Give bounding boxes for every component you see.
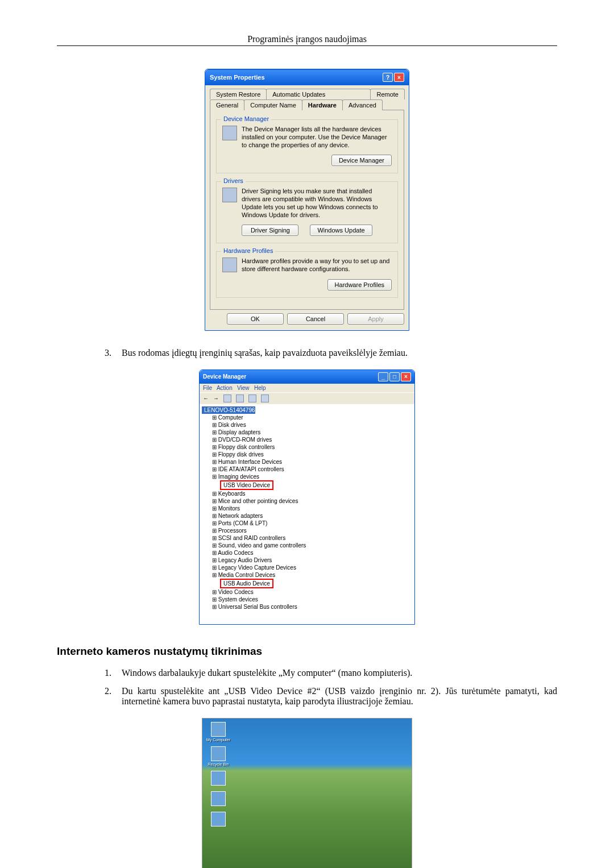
tree-item[interactable]: ⊞ IDE ATA/ATAPI controllers [202,466,412,473]
drivers-icon [222,188,237,202]
tree-item[interactable]: ⊞ Legacy Audio Drivers [202,556,412,564]
toolbar-icon[interactable] [223,394,231,402]
tab-general[interactable]: General [210,99,244,110]
desktop-icon[interactable] [206,771,231,787]
tree-item[interactable]: ⊞ Processors [202,527,412,534]
drivers-legend: Drivers [221,177,246,184]
step-number: 1. [101,668,111,678]
devmgr-close-button[interactable]: × [401,372,411,381]
step-3-text: Bus rodomas įdiegtų įrenginių sąrašas, k… [122,348,557,358]
step-3: 3. Bus rodomas įdiegtų įrenginių sąrašas… [101,348,557,358]
devmgr-toolbar: ← → [200,392,414,404]
hardware-profiles-icon [222,258,237,272]
window-titlebar: System Properties ? × [205,69,409,85]
tree-item[interactable]: ⊞ Network adapters [202,512,412,520]
recycle-bin-icon[interactable]: Recycle Bin [206,746,231,766]
toolbar-icon[interactable] [236,394,244,402]
my-computer-icon[interactable]: My Computer [206,722,231,742]
drivers-desc: Driver Signing lets you make sure that i… [242,188,392,219]
tab-computer-name[interactable]: Computer Name [244,99,302,110]
figure-device-manager: Device Manager _ □ × File Action View He… [57,369,557,625]
hardware-profiles-legend: Hardware Profiles [221,247,275,254]
tree-item[interactable]: ⊞ Mice and other pointing devices [202,497,412,505]
tree-item[interactable]: ⊞ Human Interface Devices [202,458,412,466]
driver-signing-button[interactable]: Driver Signing [242,225,298,236]
step-number: 2. [101,686,111,707]
tree-root[interactable]: LENOVO-51404796 [202,406,255,414]
figure-system-properties: System Properties ? × System Restore Aut… [57,69,557,331]
back-icon[interactable]: ← [203,395,209,401]
tab-hardware-content: Device Manager The Device Manager lists … [210,110,404,310]
forward-icon[interactable]: → [213,395,219,401]
hardware-profiles-button[interactable]: Hardware Profiles [327,279,392,290]
tree-item[interactable]: ⊞ System devices [202,596,412,603]
toolbar-icon[interactable] [261,394,269,402]
tree-item[interactable]: ⊞ SCSI and RAID controllers [202,534,412,542]
desktop-icon[interactable] [206,791,231,807]
system-properties-window: System Properties ? × System Restore Aut… [205,69,409,331]
dialog-buttons: OK Cancel Apply [210,310,404,326]
tab-automatic-updates[interactable]: Automatic Updates [266,89,371,99]
hardware-profiles-group: Hardware Profiles Hardware profiles prov… [216,251,398,298]
close-button[interactable]: × [394,73,404,82]
cancel-button[interactable]: Cancel [287,313,344,325]
section-webcam-heading: Interneto kameros nustatymų tikrinimas [57,645,557,658]
desktop-icons: My Computer Recycle Bin [202,719,412,831]
webcam-step-1: 1. Windows darbalaukyje dukart spustelėk… [101,668,557,678]
apply-button[interactable]: Apply [347,313,404,325]
ok-button[interactable]: OK [227,313,284,325]
tree-item[interactable]: ⊞ Keyboards [202,490,412,497]
tree-item[interactable]: ⊞ Legacy Video Capture Devices [202,564,412,571]
toolbar-icon[interactable] [248,394,256,402]
tabs-row-2: General Computer Name Hardware Advanced [210,99,404,110]
device-manager-button[interactable]: Device Manager [331,155,392,166]
device-manager-group: Device Manager The Device Manager lists … [216,119,398,173]
tab-system-restore[interactable]: System Restore [210,89,267,99]
device-manager-desc: The Device Manager lists all the hardwar… [242,126,392,149]
devmgr-titlebar: Device Manager _ □ × [200,370,414,384]
windows-desktop: My Computer Recycle Bin start 11:50 PM [202,718,412,868]
tree-item[interactable]: ⊞ Audio Codecs [202,549,412,556]
maximize-button[interactable]: □ [389,372,400,381]
usb-video-device[interactable]: USB Video Device [220,480,273,490]
tab-remote[interactable]: Remote [370,89,405,99]
devmgr-title-text: Device Manager [203,373,246,380]
tree-item[interactable]: ⊞ Display adapters [202,429,412,436]
step-text: Windows darbalaukyje dukart spustelėkite… [122,668,557,678]
window-title: System Properties [210,74,265,81]
page-header: Programinės įrangos naudojimas [57,34,557,46]
help-button[interactable]: ? [383,73,393,82]
step-text: Du kartu spustelėkite ant „USB Video Dev… [122,686,557,707]
tree-item[interactable]: ⊞ Floppy disk drives [202,451,412,458]
device-manager-legend: Device Manager [221,115,271,122]
device-manager-window: Device Manager _ □ × File Action View He… [199,369,415,625]
webcam-step-2: 2. Du kartu spustelėkite ant „USB Video … [101,686,557,707]
tree-item[interactable]: ⊞ Ports (COM & LPT) [202,520,412,527]
tree-item[interactable]: ⊞ DVD/CD-ROM drives [202,436,412,443]
devmgr-menubar[interactable]: File Action View Help [200,384,414,392]
figure-desktop: My Computer Recycle Bin start 11:50 PM [57,718,557,868]
desktop-icon[interactable] [206,812,231,828]
tree-item[interactable]: ⊞ Sound, video and game controllers [202,542,412,549]
tree-item[interactable]: ⊞ Media Control Devices [202,571,412,579]
tree-item[interactable]: ⊞ Video Codecs [202,588,412,596]
hardware-profiles-desc: Hardware profiles provide a way for you … [242,258,392,273]
tree-item[interactable]: ⊞ Monitors [202,505,412,512]
tree-item[interactable]: ⊞ Computer [202,414,412,421]
windows-update-button[interactable]: Windows Update [310,225,372,236]
tab-advanced[interactable]: Advanced [342,99,383,110]
usb-audio-device[interactable]: USB Audio Device [220,579,273,588]
tab-hardware[interactable]: Hardware [302,99,343,110]
device-tree[interactable]: LENOVO-51404796 ⊞ Computer⊞ Disk drives⊞… [200,404,414,624]
tree-item[interactable]: ⊞ Disk drives [202,421,412,429]
step-3-number: 3. [101,348,111,358]
tabs-row-1: System Restore Automatic Updates Remote [210,89,404,99]
minimize-button[interactable]: _ [378,372,388,381]
device-manager-icon [222,126,237,140]
drivers-group: Drivers Driver Signing lets you make sur… [216,181,398,243]
tree-item[interactable]: ⊞ Universal Serial Bus controllers [202,603,412,610]
tree-item[interactable]: ⊞ Imaging devices [202,473,412,480]
tree-item[interactable]: ⊞ Floppy disk controllers [202,443,412,451]
